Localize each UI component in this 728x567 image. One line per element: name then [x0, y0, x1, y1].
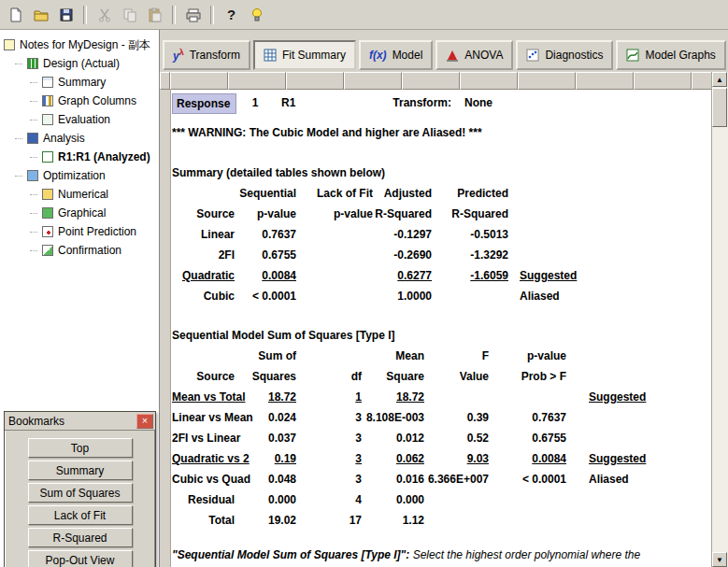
tree-item-label: Notes for MyDesign - 副本: [20, 37, 150, 53]
summary-row-cubic: Cubic < 0.0001 1.0000 Aliased: [172, 286, 712, 306]
column-header-cell[interactable]: [634, 72, 692, 90]
notes-icon: [4, 39, 15, 50]
column-header-cell[interactable]: [576, 72, 634, 90]
tab-fit-summary[interactable]: Fit Summary: [253, 40, 356, 70]
bookmarks-titlebar[interactable]: Bookmarks ×: [5, 412, 155, 431]
save-button[interactable]: [54, 4, 78, 26]
tree-item-summary[interactable]: Summary: [0, 73, 159, 92]
analysis-tabbar: yλ Transform Fit Summary f(x) Model ANOV…: [163, 30, 709, 74]
cut-icon: [96, 7, 113, 23]
sequential-table-title: Sequential Model Sum of Squares [Type I]: [172, 325, 712, 346]
bookmark-top-button[interactable]: Top: [28, 438, 133, 458]
bookmark-sum-of-squares-button[interactable]: Sum of Squares: [28, 483, 133, 503]
tree-item-analysis[interactable]: Analysis: [0, 129, 159, 148]
summary-row-quadratic: Quadratic 0.0084 0.6277 -1.6059 Suggeste…: [172, 265, 712, 286]
response-row: Response 1 R1 Transform: None: [172, 93, 712, 114]
tab-label: Transform: [190, 49, 240, 62]
tree-item-design-actual[interactable]: Design (Actual): [0, 54, 159, 73]
response-label-cell[interactable]: Response: [172, 93, 236, 114]
print-button[interactable]: [181, 4, 205, 26]
bookmark-summary-button[interactable]: Summary: [28, 461, 133, 480]
close-icon[interactable]: ×: [136, 414, 153, 429]
paste-button[interactable]: [143, 4, 166, 26]
scroll-up-button[interactable]: ▲: [712, 72, 727, 87]
lightbulb-icon: [249, 7, 265, 23]
row-header-strip: [160, 90, 171, 567]
graph-columns-icon: [42, 95, 53, 106]
copy-button[interactable]: [118, 4, 141, 26]
diagnostics-icon: [526, 49, 539, 62]
open-file-button[interactable]: [29, 4, 52, 26]
column-header-cell[interactable]: [692, 72, 712, 90]
transform-label: Transform:: [330, 93, 451, 114]
tab-anova[interactable]: ANOVA: [435, 40, 513, 70]
tree-item-label: Optimization: [43, 169, 106, 182]
analysis-content: yλ Transform Fit Summary f(x) Model ANOV…: [160, 30, 728, 567]
tree-connector: [30, 157, 37, 158]
response-number[interactable]: 1: [236, 93, 274, 114]
footnote-rest: Select the highest order polynomial wher…: [413, 548, 640, 561]
tab-model-graphs[interactable]: Model Graphs: [616, 40, 725, 70]
fit-summary-report: Response 1 R1 Transform: None *** WARNIN…: [172, 90, 712, 567]
sequential-row-2fi-vs-linear: 2FI vs Linear 0.037 3 0.012 0.52 0.6755: [172, 428, 712, 448]
tree-item-label: R1:R1 (Analyzed): [58, 150, 150, 163]
tree-item-graph-columns[interactable]: Graph Columns: [0, 92, 159, 110]
tree-item-point-prediction[interactable]: Point Prediction: [0, 222, 159, 241]
tree-item-optimization[interactable]: Optimization: [0, 166, 159, 185]
tree-item-label: Confirmation: [58, 244, 121, 257]
tree-item-notes[interactable]: Notes for MyDesign - 副本: [0, 35, 159, 54]
sequential-header-bottom: Source Squares df Square Value Prob > F: [172, 366, 712, 387]
tab-model[interactable]: f(x) Model: [359, 40, 433, 70]
column-header-cell[interactable]: [402, 72, 460, 90]
tree-connector: [30, 120, 37, 120]
tree-connector: [15, 138, 22, 139]
tab-diagnostics[interactable]: Diagnostics: [516, 40, 613, 70]
response-node-icon: [42, 151, 53, 163]
toolbar-separator: [83, 6, 87, 24]
help-button[interactable]: ?: [220, 4, 243, 26]
tree-item-label: Design (Actual): [43, 57, 120, 70]
column-header-row: [160, 72, 712, 90]
design-expert-window: ? Notes for MyDesign - 副本 Design (Actual…: [0, 0, 728, 567]
bookmark-r-squared-button[interactable]: R-Squared: [28, 528, 133, 547]
graphical-icon: [42, 207, 53, 219]
column-header-cell[interactable]: [170, 72, 228, 90]
column-header-cell[interactable]: [518, 72, 576, 90]
analysis-icon: [27, 133, 38, 144]
tree-item-evaluation[interactable]: Evaluation: [0, 110, 159, 129]
sequential-row-cubic-vs-quad: Cubic vs Quad 0.048 3 0.016 6.366E+007 <…: [172, 469, 712, 489]
tree-item-numerical[interactable]: Numerical: [0, 185, 159, 204]
tree-item-graphical[interactable]: Graphical: [0, 204, 159, 222]
scroll-down-button[interactable]: ▼: [712, 552, 727, 567]
tree-connector: [30, 101, 37, 102]
vertical-scrollbar[interactable]: ▲ ▼: [711, 72, 728, 567]
column-header-cell[interactable]: [344, 72, 402, 90]
summary-icon: [42, 77, 53, 88]
corner-header-cell: [160, 72, 170, 90]
column-header-cell[interactable]: [460, 72, 518, 90]
tab-label: ANOVA: [464, 49, 503, 62]
tree-item-label: Summary: [58, 76, 106, 89]
bookmark-pop-out-view-button[interactable]: Pop-Out View: [28, 550, 133, 567]
tips-button[interactable]: [245, 4, 268, 26]
tree-item-confirmation[interactable]: Confirmation: [0, 241, 159, 260]
bookmark-lack-of-fit-button[interactable]: Lack of Fit: [28, 505, 133, 525]
numerical-icon: [42, 189, 53, 200]
scrollbar-thumb[interactable]: [712, 88, 727, 127]
tab-transform[interactable]: yλ Transform: [163, 40, 250, 70]
tree-item-r1-analyzed[interactable]: R1:R1 (Analyzed): [0, 148, 159, 166]
column-header-cell[interactable]: [286, 72, 344, 90]
sequential-row-residual: Residual 0.000 4 0.000: [172, 489, 712, 510]
cut-button[interactable]: [93, 4, 116, 26]
summary-header-top: Sequential Lack of Fit Adjusted Predicte…: [172, 183, 712, 204]
toolbar-separator: [172, 6, 176, 24]
summary-table-title: Summary (detailed tables shown below): [172, 163, 712, 183]
point-prediction-icon: [42, 226, 53, 237]
print-icon: [185, 7, 202, 23]
new-document-button[interactable]: [4, 4, 27, 26]
design-actual-icon: [27, 58, 38, 69]
save-icon: [58, 7, 75, 23]
sequential-row-mean-vs-total: Mean vs Total 18.72 1 18.72 Suggested: [172, 387, 712, 407]
column-header-cell[interactable]: [228, 72, 286, 90]
tree-connector: [30, 250, 37, 251]
